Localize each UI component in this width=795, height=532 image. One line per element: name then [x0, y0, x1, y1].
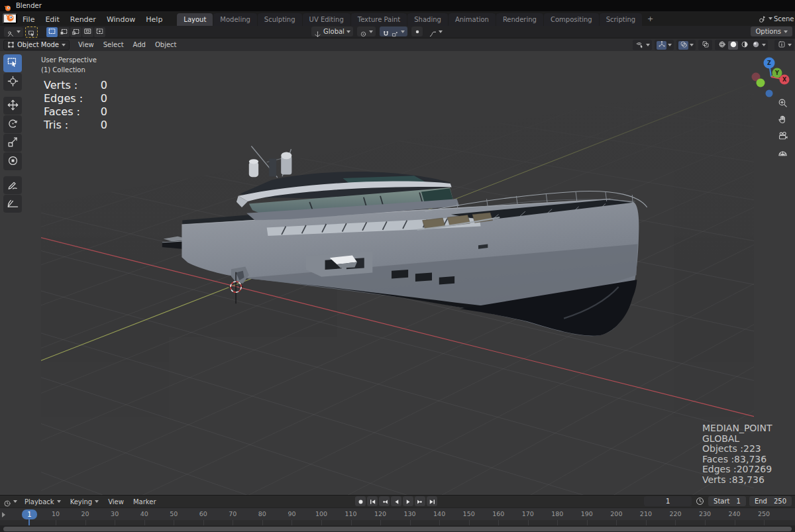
frame-end-field[interactable]: End 250	[749, 496, 792, 506]
timeline-tick: 210	[637, 510, 655, 517]
expand-channels-icon[interactable]	[2, 512, 5, 517]
timeline-track[interactable]	[0, 520, 795, 525]
select-mode-subtract-button[interactable]	[70, 27, 81, 37]
scene-stat-line: Edges :207269	[702, 464, 772, 475]
jump-end-button[interactable]	[427, 496, 437, 506]
nav-magnifier-button[interactable]	[774, 95, 790, 111]
show-overlays-button[interactable]	[678, 41, 688, 50]
timeline-scrollbar-thumb[interactable]	[3, 527, 792, 531]
navigation-gizmo[interactable]: Z Y X	[746, 54, 792, 101]
viewport-menu-item[interactable]: Select	[99, 40, 129, 50]
timeline-menu-item[interactable]: View	[103, 497, 129, 507]
playhead-line[interactable]	[28, 519, 30, 525]
editor-info-button[interactable]	[776, 41, 786, 50]
toggle-xray-button[interactable]	[700, 41, 710, 50]
menu-item[interactable]: Render	[65, 14, 101, 25]
viewport-menu-item[interactable]: View	[74, 40, 99, 50]
tool-transform-button[interactable]	[3, 152, 22, 170]
rendered-shading-icon	[752, 40, 760, 50]
timeline-scrollbar[interactable]	[0, 525, 795, 532]
scene-icon	[758, 14, 767, 23]
timeline-tick-line	[705, 520, 706, 525]
select-mode-extend-button[interactable]	[58, 27, 70, 37]
hud-stat-row: Verts : 0	[44, 79, 107, 92]
proportional-editing-button[interactable]	[411, 27, 423, 36]
shading-solid-button[interactable]	[728, 41, 738, 50]
tool-measure-button[interactable]	[3, 195, 22, 213]
tool-select-box-button[interactable]	[3, 54, 22, 72]
timeline-menu-item[interactable]: Marker	[129, 497, 161, 507]
snap-target-icon[interactable]	[392, 28, 399, 35]
play-reverse-button[interactable]	[391, 496, 401, 506]
play-button[interactable]	[403, 496, 413, 506]
falloff-icon	[429, 28, 437, 35]
show-gizmo-button[interactable]	[657, 41, 666, 50]
timeline-menu-item[interactable]: Keying	[66, 497, 104, 507]
workspace-tab[interactable]: Compositing	[544, 13, 599, 26]
frame-start-field[interactable]: Start 1	[708, 496, 746, 506]
add-workspace-button[interactable]: +	[643, 13, 658, 25]
workspace-tab[interactable]: Shading	[407, 13, 448, 26]
timeline-editor-type[interactable]	[3, 498, 17, 505]
scene-stat-line: GLOBAL	[702, 434, 772, 445]
workspace-tab[interactable]: Sculpting	[258, 13, 302, 26]
transform-orientation-dropdown[interactable]: Global	[311, 27, 353, 36]
chevron-down-icon	[401, 30, 405, 33]
menu-item[interactable]: File	[17, 14, 40, 25]
menu-item[interactable]: Window	[101, 14, 140, 25]
active-tool-indicator[interactable]	[25, 27, 38, 38]
viewport-3d[interactable]: User Perspective (1) Collection Verts : …	[0, 51, 795, 495]
gizmo-neg-z-axis[interactable]	[766, 90, 773, 97]
workspace-tab[interactable]: Scripting	[600, 13, 642, 26]
viewport-menu-item[interactable]: Object	[150, 40, 182, 50]
scene-selector[interactable]: Scene	[757, 11, 795, 26]
workspace-tab[interactable]: UV Editing	[303, 13, 350, 26]
falloff-dropdown[interactable]	[427, 27, 445, 36]
select-mode-new-button[interactable]	[46, 27, 58, 37]
shading-rendered-button[interactable]	[751, 41, 761, 50]
timeline-menu-item[interactable]: Playback	[20, 497, 66, 507]
blender-menu-button[interactable]	[3, 13, 17, 24]
timeline-tick: 250	[755, 510, 773, 517]
workspace-tab[interactable]: Animation	[449, 13, 496, 26]
timeline-tick-line	[587, 520, 588, 525]
options-button[interactable]: Options	[751, 27, 792, 36]
record-button[interactable]	[355, 496, 366, 506]
tool-move-button[interactable]	[3, 97, 22, 115]
current-frame-field[interactable]: 1	[644, 496, 692, 506]
tool-cursor-button[interactable]	[3, 73, 22, 91]
mode-dropdown[interactable]: Object Mode	[3, 40, 70, 50]
current-frame-indicator[interactable]: 1	[22, 509, 37, 519]
workspace-tab[interactable]: Modeling	[213, 13, 257, 26]
workspace-tab[interactable]: Layout	[177, 13, 213, 26]
scene-stat-line: Objects :223	[702, 444, 772, 454]
playback-sync-icon[interactable]	[695, 496, 705, 506]
prev-key-button[interactable]	[379, 496, 390, 506]
object-visibility-button[interactable]	[635, 41, 645, 50]
timeline-tick: 160	[489, 510, 507, 517]
gizmo-neg-y-axis[interactable]	[757, 79, 765, 87]
pivot-point-dropdown[interactable]	[357, 27, 376, 36]
select-mode-invert-button[interactable]	[82, 27, 93, 37]
workspace-tab[interactable]: Texture Paint	[351, 13, 407, 26]
menu-item[interactable]: Edit	[40, 14, 64, 25]
tool-rotate-button[interactable]	[3, 115, 22, 133]
timeline-ruler[interactable]: 1 10203040506070809010011012013014015016…	[0, 507, 795, 520]
menu-item[interactable]: Help	[140, 14, 168, 25]
timeline-tick: 90	[282, 510, 301, 517]
next-key-button[interactable]	[415, 496, 425, 506]
jump-start-button[interactable]	[367, 496, 378, 506]
select-mode-intersect-button[interactable]	[94, 27, 105, 37]
viewport-menu-item[interactable]: Add	[129, 40, 150, 50]
tool-settings-dropdown[interactable]	[4, 27, 23, 37]
hud-stat-label: Verts :	[44, 79, 78, 92]
workspace-tab[interactable]: Rendering	[496, 13, 543, 26]
nav-grid-dome-button[interactable]	[774, 144, 790, 160]
shading-wireframe-button[interactable]	[717, 41, 727, 50]
shading-material-button[interactable]	[739, 41, 749, 50]
tool-annotate-button[interactable]	[3, 176, 22, 194]
tool-scale-button[interactable]	[3, 134, 22, 152]
nav-camera-button[interactable]	[774, 128, 790, 144]
nav-hand-button[interactable]	[774, 111, 790, 127]
magnet-icon[interactable]	[382, 28, 390, 35]
